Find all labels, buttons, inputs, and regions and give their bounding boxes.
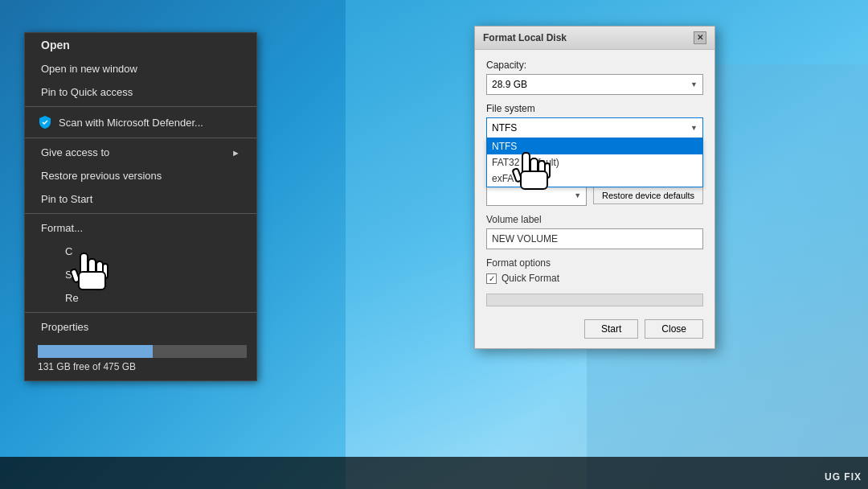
- allocation-section: ▼ Restore device defaults: [486, 185, 703, 206]
- close-button[interactable]: Close: [645, 319, 703, 339]
- context-menu-item-give-access[interactable]: Give access to ►: [25, 141, 256, 164]
- context-menu-item-create-shortcut[interactable]: Shortcut: [25, 263, 256, 286]
- separator-2: [25, 138, 256, 138]
- disk-bar-text: 131 GB free of 475 GB: [38, 361, 244, 372]
- capacity-label: Capacity:: [486, 60, 703, 71]
- arrow-right-icon: ►: [231, 148, 240, 158]
- quick-format-label: Quick Format: [502, 273, 559, 284]
- format-options-section: Format options ✓ Quick Format: [486, 257, 703, 284]
- taskbar: [0, 457, 868, 489]
- quick-format-checkbox[interactable]: ✓: [486, 273, 497, 284]
- context-menu-item-copy[interactable]: C: [25, 240, 256, 263]
- context-menu-item-format[interactable]: Format...: [25, 216, 256, 240]
- restore-defaults-button[interactable]: Restore device defaults: [593, 187, 703, 204]
- dialog-close-button[interactable]: ✕: [694, 31, 706, 44]
- filesystem-dropdown-wrapper: NTFS ▼ NTFS FAT32 (Default) exFAT: [486, 117, 703, 138]
- volume-label-section: Volume label: [486, 214, 703, 257]
- quick-format-row: ✓ Quick Format: [486, 273, 703, 284]
- allocation-dropdown[interactable]: ▼: [486, 185, 587, 206]
- format-dialog: Format Local Disk ✕ Capacity: 28.9 GB ▼ …: [474, 26, 715, 349]
- context-menu-item-rename[interactable]: Re: [25, 286, 256, 310]
- defender-icon: [38, 115, 52, 129]
- disk-bar: [38, 345, 247, 358]
- filesystem-option-ntfs[interactable]: NTFS: [487, 138, 702, 154]
- context-menu-item-properties[interactable]: Properties: [25, 315, 256, 339]
- context-menu: Open Open in new window Pin to Quick acc…: [24, 32, 257, 381]
- dialog-header: Format Local Disk ✕: [475, 27, 714, 50]
- rename-label: Re: [65, 292, 79, 304]
- volume-label-text: Volume label: [486, 214, 703, 225]
- format-options-label: Format options: [486, 257, 703, 269]
- format-progress-bar: [486, 294, 703, 306]
- dialog-body: Capacity: 28.9 GB ▼ File system NTFS ▼ N…: [475, 50, 714, 348]
- filesystem-label: File system: [486, 103, 703, 114]
- context-menu-item-pin-quick-access[interactable]: Pin to Quick access: [25, 80, 256, 104]
- shortcut-label: Shortcut: [65, 269, 104, 281]
- dialog-title: Format Local Disk: [483, 32, 567, 43]
- dialog-buttons: Start Close: [486, 316, 703, 339]
- watermark: UG FIX: [825, 471, 862, 483]
- desktop: Open Open in new window Pin to Quick acc…: [0, 0, 868, 489]
- separator-3: [25, 213, 256, 214]
- context-menu-item-pin-start[interactable]: Pin to Start: [25, 187, 256, 211]
- separator-4: [25, 312, 256, 313]
- copy-label: C: [65, 245, 72, 257]
- capacity-value: 28.9 GB: [492, 79, 527, 90]
- allocation-row: ▼ Restore device defaults: [486, 185, 703, 206]
- context-menu-item-open[interactable]: Open: [25, 33, 256, 57]
- filesystem-option-fat32[interactable]: FAT32 (Default): [487, 154, 702, 171]
- volume-label-input[interactable]: [486, 228, 703, 249]
- disk-bar-container: 131 GB free of 475 GB: [25, 339, 256, 380]
- capacity-dropdown-arrow: ▼: [690, 80, 698, 88]
- filesystem-value: NTFS: [492, 122, 517, 134]
- filesystem-dropdown-arrow: ▼: [690, 124, 698, 132]
- filesystem-option-exfat[interactable]: exFAT: [487, 171, 702, 187]
- filesystem-dropdown[interactable]: NTFS ▼: [486, 117, 703, 138]
- capacity-dropdown[interactable]: 28.9 GB ▼: [486, 74, 703, 95]
- separator-1: [25, 106, 256, 107]
- context-menu-item-open-new-window[interactable]: Open in new window: [25, 57, 256, 80]
- disk-bar-fill: [38, 345, 153, 358]
- allocation-dropdown-arrow: ▼: [574, 191, 581, 199]
- context-menu-item-restore-prev[interactable]: Restore previous versions: [25, 164, 256, 187]
- start-button[interactable]: Start: [584, 319, 638, 339]
- filesystem-dropdown-list: NTFS FAT32 (Default) exFAT: [486, 138, 703, 187]
- context-menu-item-scan-defender[interactable]: Scan with Microsoft Defender...: [25, 109, 256, 135]
